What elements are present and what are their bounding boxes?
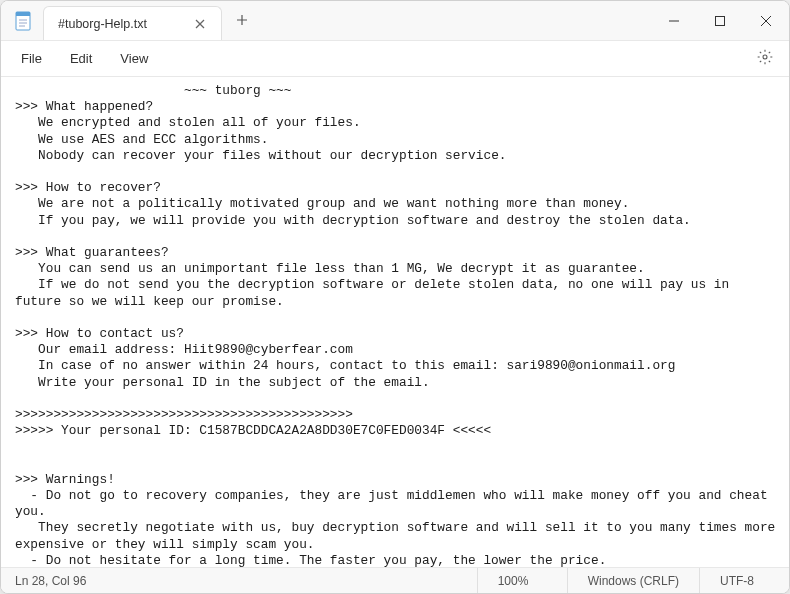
svg-rect-1 [16, 12, 30, 16]
minimize-button[interactable] [651, 1, 697, 41]
document-text: ~~~ tuborg ~~~ >>> What happened? We enc… [15, 83, 783, 567]
tab-close-button[interactable] [189, 14, 211, 34]
titlebar: #tuborg-Help.txt [1, 1, 789, 41]
zoom-level[interactable]: 100% [477, 568, 567, 593]
settings-button[interactable] [749, 43, 781, 74]
cursor-position: Ln 28, Col 96 [1, 574, 477, 588]
text-content-area[interactable]: ~~~ tuborg ~~~ >>> What happened? We enc… [1, 77, 789, 567]
menu-file[interactable]: File [9, 45, 54, 72]
svg-point-13 [763, 55, 767, 59]
notepad-icon [15, 11, 31, 31]
line-ending[interactable]: Windows (CRLF) [567, 568, 699, 593]
maximize-button[interactable] [697, 1, 743, 41]
gear-icon [757, 53, 773, 68]
statusbar: Ln 28, Col 96 100% Windows (CRLF) UTF-8 [1, 567, 789, 593]
window-controls [651, 1, 789, 41]
menu-view[interactable]: View [108, 45, 160, 72]
notepad-window: #tuborg-Help.txt File Edit View [0, 0, 790, 594]
menu-edit[interactable]: Edit [58, 45, 104, 72]
new-tab-button[interactable] [222, 10, 262, 31]
close-button[interactable] [743, 1, 789, 41]
svg-rect-10 [716, 16, 725, 25]
file-tab[interactable]: #tuborg-Help.txt [43, 6, 222, 40]
encoding[interactable]: UTF-8 [699, 568, 789, 593]
menubar: File Edit View [1, 41, 789, 77]
tab-title: #tuborg-Help.txt [58, 17, 147, 31]
